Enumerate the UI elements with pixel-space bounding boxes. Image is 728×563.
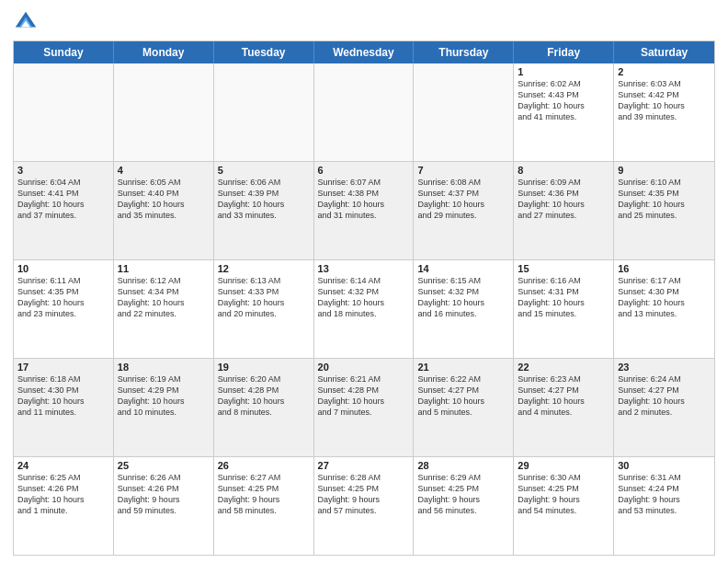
header-day-saturday: Saturday (614, 41, 714, 63)
empty-cell (14, 63, 114, 161)
header-day-friday: Friday (514, 41, 614, 63)
day-cell-29: 29Sunrise: 6:30 AMSunset: 4:25 PMDayligh… (514, 457, 614, 555)
day-info: Sunrise: 6:23 AMSunset: 4:27 PMDaylight:… (518, 373, 609, 419)
calendar-week-4: 17Sunrise: 6:18 AMSunset: 4:30 PMDayligh… (14, 359, 714, 457)
day-info: Sunrise: 6:06 AMSunset: 4:39 PMDaylight:… (218, 177, 310, 222)
day-info: Sunrise: 6:17 AMSunset: 4:30 PMDaylight:… (618, 275, 711, 320)
day-info: Sunrise: 6:26 AMSunset: 4:26 PMDaylight:… (118, 472, 210, 517)
day-number: 28 (417, 460, 509, 471)
day-number: 9 (618, 165, 711, 176)
day-cell-27: 27Sunrise: 6:28 AMSunset: 4:25 PMDayligh… (314, 457, 415, 555)
calendar-body: 1Sunrise: 6:02 AMSunset: 4:43 PMDaylight… (14, 63, 714, 555)
day-info: Sunrise: 6:29 AMSunset: 4:25 PMDaylight:… (417, 472, 509, 517)
header-day-thursday: Thursday (414, 41, 514, 63)
day-info: Sunrise: 6:22 AMSunset: 4:27 PMDaylight:… (417, 373, 509, 419)
day-number: 4 (118, 165, 210, 176)
day-number: 30 (618, 460, 711, 471)
day-number: 6 (318, 165, 410, 176)
day-info: Sunrise: 6:16 AMSunset: 4:31 PMDaylight:… (518, 275, 609, 320)
day-number: 24 (17, 460, 109, 471)
day-number: 21 (417, 362, 509, 373)
empty-cell (314, 63, 415, 161)
day-info: Sunrise: 6:05 AMSunset: 4:40 PMDaylight:… (118, 177, 210, 222)
day-info: Sunrise: 6:21 AMSunset: 4:28 PMDaylight:… (318, 373, 410, 419)
day-info: Sunrise: 6:30 AMSunset: 4:25 PMDaylight:… (518, 472, 609, 517)
logo (13, 9, 42, 35)
calendar-week-1: 1Sunrise: 6:02 AMSunset: 4:43 PMDaylight… (14, 63, 714, 162)
day-number: 8 (518, 165, 609, 176)
calendar: SundayMondayTuesdayWednesdayThursdayFrid… (13, 40, 715, 556)
day-info: Sunrise: 6:09 AMSunset: 4:36 PMDaylight:… (518, 177, 609, 222)
day-cell-2: 2Sunrise: 6:03 AMSunset: 4:42 PMDaylight… (614, 63, 714, 161)
day-cell-11: 11Sunrise: 6:12 AMSunset: 4:34 PMDayligh… (114, 260, 214, 358)
day-info: Sunrise: 6:12 AMSunset: 4:34 PMDaylight:… (118, 275, 210, 320)
calendar-week-5: 24Sunrise: 6:25 AMSunset: 4:26 PMDayligh… (14, 457, 714, 555)
day-cell-21: 21Sunrise: 6:22 AMSunset: 4:27 PMDayligh… (414, 359, 514, 456)
day-number: 3 (17, 165, 109, 176)
day-number: 17 (17, 362, 109, 373)
day-number: 23 (618, 362, 711, 373)
day-cell-25: 25Sunrise: 6:26 AMSunset: 4:26 PMDayligh… (114, 457, 214, 555)
calendar-week-3: 10Sunrise: 6:11 AMSunset: 4:35 PMDayligh… (14, 260, 714, 359)
day-info: Sunrise: 6:31 AMSunset: 4:24 PMDaylight:… (618, 472, 711, 517)
day-info: Sunrise: 6:13 AMSunset: 4:33 PMDaylight:… (218, 275, 310, 320)
day-info: Sunrise: 6:14 AMSunset: 4:32 PMDaylight:… (318, 275, 410, 320)
day-number: 20 (318, 362, 410, 373)
day-info: Sunrise: 6:24 AMSunset: 4:27 PMDaylight:… (618, 373, 711, 419)
day-cell-7: 7Sunrise: 6:08 AMSunset: 4:37 PMDaylight… (414, 162, 514, 259)
day-info: Sunrise: 6:11 AMSunset: 4:35 PMDaylight:… (17, 275, 109, 320)
day-number: 12 (218, 263, 310, 274)
day-cell-30: 30Sunrise: 6:31 AMSunset: 4:24 PMDayligh… (614, 457, 714, 555)
day-number: 16 (618, 263, 711, 274)
calendar-week-2: 3Sunrise: 6:04 AMSunset: 4:41 PMDaylight… (14, 162, 714, 260)
day-number: 19 (218, 362, 310, 373)
day-cell-18: 18Sunrise: 6:19 AMSunset: 4:29 PMDayligh… (114, 359, 214, 456)
day-cell-4: 4Sunrise: 6:05 AMSunset: 4:40 PMDaylight… (114, 162, 214, 259)
calendar-header: SundayMondayTuesdayWednesdayThursdayFrid… (14, 41, 714, 63)
day-number: 2 (618, 66, 711, 77)
day-info: Sunrise: 6:20 AMSunset: 4:28 PMDaylight:… (218, 373, 310, 419)
day-info: Sunrise: 6:19 AMSunset: 4:29 PMDaylight:… (118, 373, 210, 419)
day-number: 27 (318, 460, 410, 471)
day-number: 11 (118, 263, 210, 274)
header-day-tuesday: Tuesday (214, 41, 314, 63)
day-info: Sunrise: 6:08 AMSunset: 4:37 PMDaylight:… (417, 177, 509, 222)
day-number: 7 (417, 165, 509, 176)
day-cell-6: 6Sunrise: 6:07 AMSunset: 4:38 PMDaylight… (314, 162, 415, 259)
day-cell-23: 23Sunrise: 6:24 AMSunset: 4:27 PMDayligh… (614, 359, 714, 456)
empty-cell (414, 63, 514, 161)
day-cell-9: 9Sunrise: 6:10 AMSunset: 4:35 PMDaylight… (614, 162, 714, 259)
day-number: 26 (218, 460, 310, 471)
day-number: 10 (17, 263, 109, 274)
day-number: 5 (218, 165, 310, 176)
day-number: 29 (518, 460, 609, 471)
day-cell-19: 19Sunrise: 6:20 AMSunset: 4:28 PMDayligh… (214, 359, 314, 456)
day-cell-26: 26Sunrise: 6:27 AMSunset: 4:25 PMDayligh… (214, 457, 314, 555)
day-info: Sunrise: 6:27 AMSunset: 4:25 PMDaylight:… (218, 472, 310, 517)
day-cell-3: 3Sunrise: 6:04 AMSunset: 4:41 PMDaylight… (14, 162, 114, 259)
day-number: 15 (518, 263, 609, 274)
day-cell-20: 20Sunrise: 6:21 AMSunset: 4:28 PMDayligh… (314, 359, 415, 456)
header-day-wednesday: Wednesday (314, 41, 415, 63)
day-cell-17: 17Sunrise: 6:18 AMSunset: 4:30 PMDayligh… (14, 359, 114, 456)
day-info: Sunrise: 6:10 AMSunset: 4:35 PMDaylight:… (618, 177, 711, 222)
day-info: Sunrise: 6:04 AMSunset: 4:41 PMDaylight:… (17, 177, 109, 222)
day-cell-10: 10Sunrise: 6:11 AMSunset: 4:35 PMDayligh… (14, 260, 114, 358)
day-info: Sunrise: 6:18 AMSunset: 4:30 PMDaylight:… (17, 373, 109, 419)
day-cell-12: 12Sunrise: 6:13 AMSunset: 4:33 PMDayligh… (214, 260, 314, 358)
day-info: Sunrise: 6:15 AMSunset: 4:32 PMDaylight:… (417, 275, 509, 320)
day-cell-16: 16Sunrise: 6:17 AMSunset: 4:30 PMDayligh… (614, 260, 714, 358)
empty-cell (214, 63, 314, 161)
day-cell-13: 13Sunrise: 6:14 AMSunset: 4:32 PMDayligh… (314, 260, 415, 358)
day-number: 22 (518, 362, 609, 373)
day-info: Sunrise: 6:07 AMSunset: 4:38 PMDaylight:… (318, 177, 410, 222)
day-cell-14: 14Sunrise: 6:15 AMSunset: 4:32 PMDayligh… (414, 260, 514, 358)
header-day-monday: Monday (114, 41, 214, 63)
day-number: 18 (118, 362, 210, 373)
header-day-sunday: Sunday (14, 41, 114, 63)
day-cell-22: 22Sunrise: 6:23 AMSunset: 4:27 PMDayligh… (514, 359, 614, 456)
day-info: Sunrise: 6:25 AMSunset: 4:26 PMDaylight:… (17, 472, 109, 517)
day-number: 14 (417, 263, 509, 274)
day-number: 1 (518, 66, 609, 77)
day-info: Sunrise: 6:02 AMSunset: 4:43 PMDaylight:… (518, 78, 609, 123)
